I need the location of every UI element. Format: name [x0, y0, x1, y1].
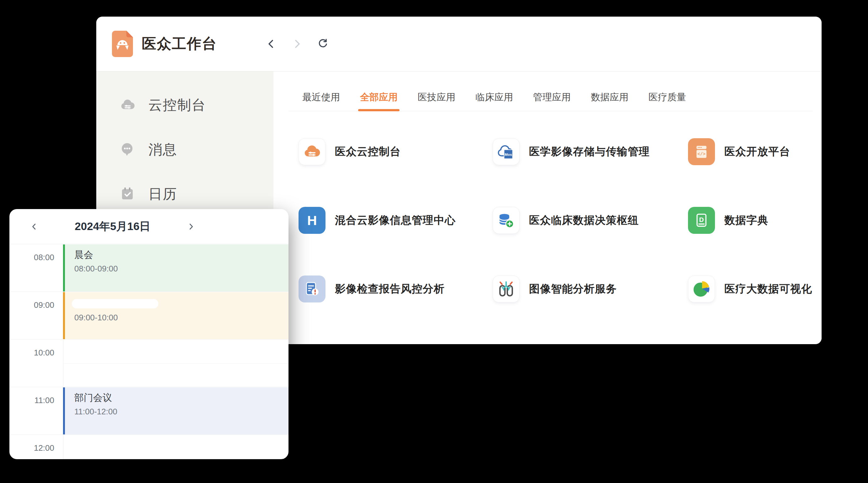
report-alert-icon [299, 276, 326, 302]
screen-background: 医众工作台 [0, 0, 868, 483]
cloud-storage-icon: Mos [493, 138, 520, 165]
calendar-icon [120, 186, 136, 202]
event-time: 09:00-10:00 [74, 313, 288, 323]
app-grid: 医众云控制台 Mos 医学影像存储与传输管理 [299, 138, 822, 302]
window-title: 医众工作台 [142, 34, 217, 54]
app-label: 医众开放平台 [724, 144, 790, 159]
svg-text:Mos: Mos [504, 152, 512, 156]
window-header: 医众工作台 [96, 17, 822, 71]
redacted-event-title [72, 299, 158, 309]
svg-text:D: D [699, 216, 704, 223]
cloud-console-icon [120, 97, 136, 113]
dictionary-book-icon: D [688, 207, 715, 234]
calendar-prev-day-icon[interactable] [29, 222, 39, 231]
sidebar-item-label: 日历 [148, 185, 177, 203]
tab-management-apps[interactable]: 管理应用 [533, 71, 571, 111]
lungs-icon [493, 276, 520, 302]
tab-medtech-apps[interactable]: 医技应用 [418, 71, 455, 111]
calendar-row-1000: 10:00 [9, 340, 288, 387]
sidebar-item-label: 云控制台 [148, 96, 206, 115]
app-label: 医众临床数据决策枢纽 [529, 213, 639, 228]
event-title: 晨会 [74, 249, 288, 261]
app-report-risk-analysis[interactable]: 影像检查报告风控分析 [299, 276, 493, 302]
hybrid-cloud-icon: H [299, 207, 326, 234]
svg-text:H: H [307, 213, 317, 228]
cloud-sliders-icon [299, 138, 326, 165]
forward-icon[interactable] [291, 38, 303, 50]
tab-clinical-apps[interactable]: 临床应用 [475, 71, 513, 111]
app-label: 混合云影像信息管理中心 [335, 213, 456, 228]
event-title: 部门会议 [74, 392, 288, 404]
app-label: 医学影像存储与传输管理 [529, 144, 650, 159]
content-area: 最近使用 全部应用 医技应用 临床应用 管理应用 数据应用 医疗质量 [274, 71, 822, 344]
code-window-icon: </> [688, 138, 715, 165]
app-label: 数据字典 [724, 213, 768, 228]
event-time: 08:00-09:00 [74, 264, 288, 273]
hour-label: 12:00 [9, 443, 54, 453]
calendar-header: 2024年5月16日 [9, 209, 288, 244]
hour-label: 10:00 [9, 348, 54, 358]
calendar-row-0800: 08:00 晨会 08:00-09:00 [9, 244, 288, 292]
app-label: 影像检查报告风控分析 [335, 282, 445, 296]
app-cloud-console[interactable]: 医众云控制台 [299, 138, 493, 165]
nav-group [266, 38, 328, 50]
refresh-icon[interactable] [317, 38, 328, 50]
database-plus-icon [493, 207, 520, 234]
hour-label: 09:00 [9, 300, 54, 310]
app-big-data-visualization[interactable]: 医疗大数据可视化 [688, 276, 822, 302]
message-icon [120, 141, 136, 158]
sidebar-item-label: 消息 [148, 140, 177, 159]
calendar-event-department-meeting[interactable]: 部门会议 11:00-12:00 [63, 387, 288, 434]
pie-chart-icon [688, 276, 715, 302]
app-logo-icon [112, 31, 133, 57]
app-label: 医疗大数据可视化 [724, 282, 812, 296]
tab-data-apps[interactable]: 数据应用 [591, 71, 628, 111]
app-label: 图像智能分析服务 [529, 282, 617, 296]
svg-text:</>: </> [698, 152, 705, 157]
calendar-date-title: 2024年5月16日 [70, 219, 155, 234]
calendar-event-redacted[interactable]: 09:00-10:00 [63, 292, 288, 339]
calendar-day-grid: 08:00 晨会 08:00-09:00 09:00 09:00-10:00 1… [9, 244, 288, 459]
hour-label: 11:00 [9, 395, 54, 405]
app-hybrid-cloud-center[interactable]: H 混合云影像信息管理中心 [299, 207, 493, 234]
calendar-row-1200: 12:00 [9, 435, 288, 459]
app-open-platform[interactable]: </> 医众开放平台 [688, 138, 822, 165]
tab-quality[interactable]: 医疗质量 [649, 71, 686, 111]
sidebar-item-cloud-console[interactable]: 云控制台 [96, 83, 274, 127]
hour-label: 08:00 [9, 253, 54, 262]
app-label: 医众云控制台 [335, 144, 401, 159]
app-clinical-data-hub[interactable]: 医众临床数据决策枢纽 [493, 207, 688, 234]
tab-all-apps[interactable]: 全部应用 [360, 71, 398, 111]
calendar-panel: 2024年5月16日 08:00 晨会 08:00-09:00 09:00 09… [9, 209, 288, 459]
sidebar-item-messages[interactable]: 消息 [96, 127, 274, 172]
app-imaging-storage[interactable]: Mos 医学影像存储与传输管理 [493, 138, 688, 165]
calendar-row-1100: 11:00 部门会议 11:00-12:00 [9, 387, 288, 435]
app-data-dictionary[interactable]: D 数据字典 [688, 207, 822, 234]
tab-recent[interactable]: 最近使用 [302, 71, 340, 111]
app-image-ai-analysis[interactable]: 图像智能分析服务 [493, 276, 688, 302]
event-time: 11:00-12:00 [74, 407, 288, 417]
calendar-event-morning-meeting[interactable]: 晨会 08:00-09:00 [63, 245, 288, 291]
calendar-row-0900: 09:00 09:00-10:00 [9, 292, 288, 340]
back-icon[interactable] [266, 38, 277, 50]
tab-bar: 最近使用 全部应用 医技应用 临床应用 管理应用 数据应用 医疗质量 [274, 71, 822, 111]
calendar-next-day-icon[interactable] [186, 222, 196, 231]
